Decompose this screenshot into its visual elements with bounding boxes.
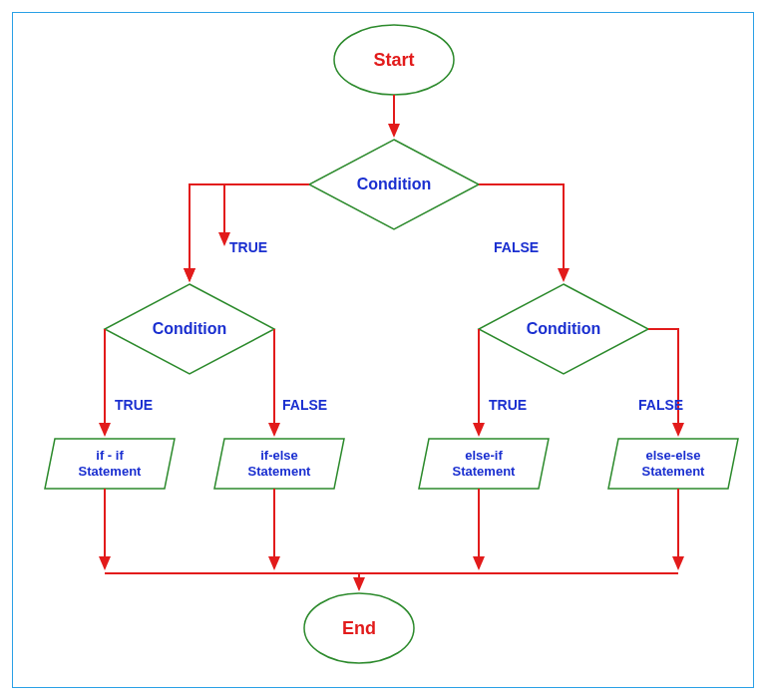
stmt-else-if [419, 439, 549, 489]
flowchart-svg [0, 0, 766, 700]
stmt-else-else [608, 439, 738, 489]
end-terminal [304, 593, 414, 663]
stmt-if-else [214, 439, 344, 489]
arrow-right-false [648, 329, 678, 435]
arrow-top-to-left [190, 184, 309, 280]
top-condition-diamond [309, 140, 479, 229]
right-condition-diamond [479, 284, 648, 374]
start-terminal [334, 25, 454, 95]
stmt-if-if [45, 439, 175, 489]
left-condition-diamond [105, 284, 274, 374]
arrow-top-left-h [224, 184, 309, 244]
flowchart-canvas: Start Condition Condition Condition TRUE… [0, 0, 766, 700]
arrow-top-to-right [479, 184, 564, 280]
